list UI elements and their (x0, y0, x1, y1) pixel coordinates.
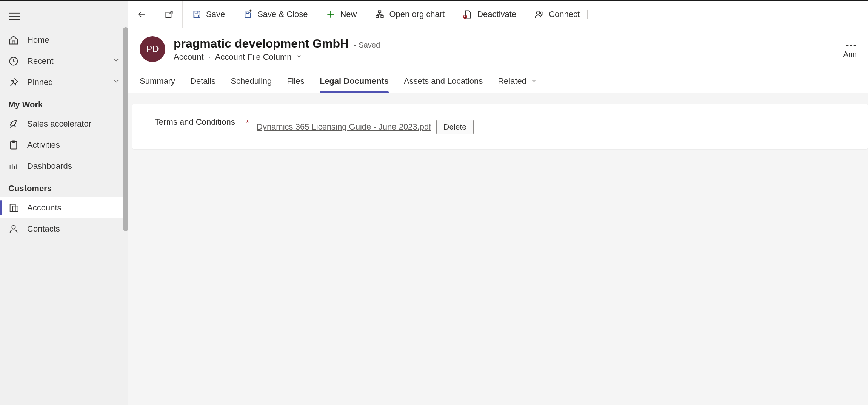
sidebar-item-label: Sales accelerator (27, 119, 91, 129)
clipboard-icon (8, 140, 19, 150)
field-label: Terms and Conditions * (155, 115, 242, 128)
save-close-button[interactable]: Save & Close (234, 1, 317, 28)
cmd-label: New (340, 9, 357, 19)
sidebar-item-label: Recent (27, 56, 54, 66)
clock-icon (8, 56, 19, 66)
svg-point-12 (12, 226, 15, 229)
sidebar-item-contacts[interactable]: Contacts (0, 218, 128, 240)
sidebar-item-recent[interactable]: Recent (0, 51, 128, 72)
tab-files[interactable]: Files (287, 73, 304, 93)
hamburger-menu-button[interactable] (0, 6, 128, 29)
org-chart-icon (375, 9, 385, 19)
save-close-icon (243, 9, 253, 19)
cmd-label: Deactivate (477, 9, 516, 19)
chevron-down-icon (112, 77, 120, 87)
required-indicator: * (246, 116, 249, 129)
cmd-label: Save (206, 9, 225, 19)
main-content: Save Save & Close New Open org chart (128, 1, 868, 405)
rocket-icon (8, 119, 19, 129)
hamburger-icon (9, 12, 20, 20)
connect-icon (534, 9, 544, 19)
record-title: pragmatic development GmbH (174, 37, 349, 51)
field-terms-conditions: Terms and Conditions * Dynamics 365 Lice… (155, 115, 849, 134)
form-name: Account File Column (215, 52, 292, 62)
header-right-sub: Ann (843, 50, 857, 59)
sidebar-item-label: Home (27, 35, 49, 45)
sidebar-item-accounts[interactable]: Accounts (0, 197, 128, 218)
saved-status: - Saved (354, 41, 380, 49)
dashboard-icon (8, 161, 19, 172)
connect-button[interactable]: Connect (525, 1, 597, 28)
sidebar-item-activities[interactable]: Activities (0, 134, 128, 156)
deactivate-icon (463, 9, 472, 19)
sidebar: Home Recent Pinned My Work Sa (0, 1, 128, 405)
delete-button[interactable]: Delete (436, 120, 474, 134)
accounts-icon (8, 202, 19, 213)
svg-rect-18 (381, 15, 384, 17)
tab-content: Terms and Conditions * Dynamics 365 Lice… (128, 93, 868, 405)
svg-line-20 (464, 15, 466, 18)
command-bar: Save Save & Close New Open org chart (128, 1, 868, 28)
avatar: PD (140, 36, 165, 62)
open-org-chart-button[interactable]: Open org chart (366, 1, 454, 28)
cmd-label: Open org chart (389, 9, 445, 19)
record-header: PD pragmatic development GmbH - Saved Ac… (128, 28, 868, 66)
tab-summary[interactable]: Summary (140, 73, 175, 93)
chevron-down-icon (531, 76, 537, 86)
header-right: --- Ann (843, 40, 857, 59)
file-link[interactable]: Dynamics 365 Licensing Guide - June 2023… (257, 122, 431, 132)
chevron-down-icon (295, 52, 302, 62)
sidebar-section-mywork: My Work (0, 93, 128, 113)
popout-icon (164, 9, 174, 19)
cmd-label: Save & Close (257, 9, 308, 19)
sidebar-item-dashboards[interactable]: Dashboards (0, 156, 128, 177)
home-icon (8, 35, 19, 45)
tab-scheduling[interactable]: Scheduling (231, 73, 272, 93)
person-icon (8, 224, 19, 234)
svg-point-22 (540, 12, 543, 14)
header-right-value: --- (843, 40, 857, 50)
sidebar-item-label: Pinned (27, 77, 53, 87)
sidebar-item-pinned[interactable]: Pinned (0, 72, 128, 93)
sidebar-item-sales-accelerator[interactable]: Sales accelerator (0, 113, 128, 134)
sidebar-item-label: Accounts (27, 203, 62, 213)
form-card: Terms and Conditions * Dynamics 365 Lice… (132, 104, 868, 149)
tab-details[interactable]: Details (190, 73, 215, 93)
arrow-left-icon (137, 9, 147, 19)
back-button[interactable] (128, 1, 155, 28)
separator-dot: · (208, 52, 211, 62)
cmd-label: Connect (549, 9, 580, 19)
pin-icon (8, 77, 19, 88)
plus-icon (326, 9, 336, 19)
svg-point-21 (537, 11, 540, 14)
entity-name: Account (174, 52, 204, 62)
svg-rect-17 (376, 15, 379, 17)
form-selector[interactable]: Account File Column (215, 52, 302, 62)
tab-related[interactable]: Related (498, 73, 537, 93)
sidebar-item-label: Dashboards (27, 161, 72, 171)
deactivate-button[interactable]: Deactivate (454, 1, 525, 28)
svg-rect-16 (379, 11, 381, 12)
popout-button[interactable] (155, 1, 183, 28)
tabs: Summary Details Scheduling Files Legal D… (128, 66, 868, 93)
save-icon (192, 9, 202, 19)
tab-legal-documents[interactable]: Legal Documents (320, 73, 389, 93)
sidebar-item-label: Contacts (27, 224, 60, 234)
sidebar-item-home[interactable]: Home (0, 29, 128, 51)
chevron-down-icon (112, 56, 120, 66)
save-button[interactable]: Save (183, 1, 234, 28)
new-button[interactable]: New (317, 1, 366, 28)
sidebar-section-customers: Customers (0, 177, 128, 197)
field-label-text: Terms and Conditions (155, 117, 235, 127)
sidebar-item-label: Activities (27, 140, 60, 150)
sidebar-scrollbar[interactable] (123, 27, 128, 231)
tab-label: Related (498, 76, 526, 86)
tab-assets-locations[interactable]: Assets and Locations (404, 73, 483, 93)
